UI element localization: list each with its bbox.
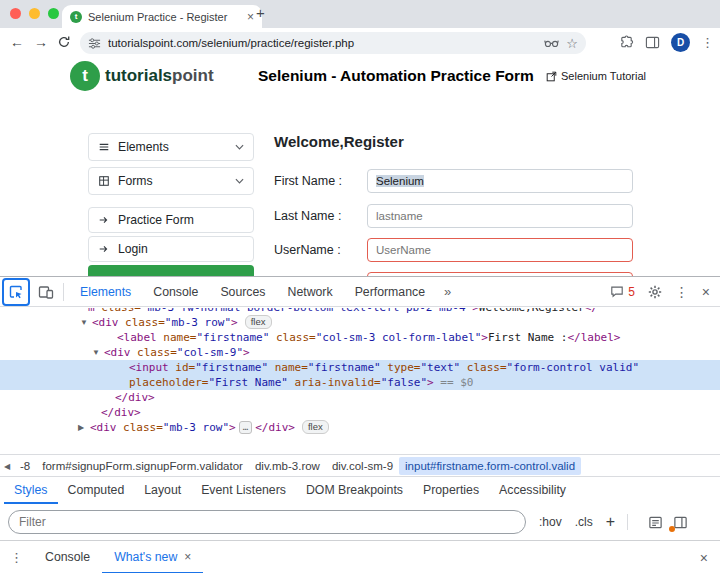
drawer-menu-kebab-icon[interactable]: ⋮ xyxy=(0,550,33,565)
drawer-close-icon[interactable]: × xyxy=(688,550,720,566)
devtools-tab-elements[interactable]: Elements xyxy=(69,277,142,306)
zoom-window-button[interactable] xyxy=(48,8,59,19)
drawer-tab-what-s-new[interactable]: What's new× xyxy=(102,541,203,573)
breadcrumb-item[interactable]: input#firstname.form-control.valid xyxy=(399,457,581,475)
new-style-rule-button[interactable]: + xyxy=(606,513,615,531)
devtools-tab-console[interactable]: Console xyxy=(142,277,209,306)
element-classes-button[interactable]: .cls xyxy=(575,515,593,529)
expand-arrow-icon[interactable]: ▶ xyxy=(78,420,84,435)
minimize-window-button[interactable] xyxy=(29,8,40,19)
code-token: "firstname" xyxy=(197,331,270,344)
styles-tab-layout[interactable]: Layout xyxy=(134,477,191,504)
tutorialspoint-logo[interactable]: t tutorialspoint xyxy=(70,61,214,91)
dom-tree-line[interactable]: ▶<div class="mb-3 row">…</div>flex xyxy=(0,420,720,435)
extensions-puzzle-icon[interactable] xyxy=(619,35,634,50)
code-token: "form-control valid" xyxy=(507,361,639,374)
styles-tab-properties[interactable]: Properties xyxy=(413,477,489,504)
form-input-lastname[interactable]: lastname xyxy=(367,204,633,228)
selenium-tutorial-link-label: Selenium Tutorial xyxy=(561,70,646,82)
reload-icon[interactable] xyxy=(57,35,71,52)
collapse-arrow-icon[interactable]: ▼ xyxy=(92,345,100,360)
address-bar[interactable]: tutorialspoint.com/selenium/practice/reg… xyxy=(80,32,586,54)
devtools-tab-sources[interactable]: Sources xyxy=(209,277,276,306)
drawer-tab-console[interactable]: Console xyxy=(33,541,102,573)
devtools-tab-performance[interactable]: Performance xyxy=(344,277,436,306)
collapse-arrow-icon[interactable]: ▼ xyxy=(80,315,88,330)
breadcrumb-items: -8form#signupForm.signupForm.validatordi… xyxy=(14,455,581,477)
tab-strip: t Selenium Practice - Register × + xyxy=(0,0,720,28)
breadcrumb-item[interactable]: div.col-sm-9 xyxy=(326,457,399,475)
styles-tab-dom-breakpoints[interactable]: DOM Breakpoints xyxy=(296,477,413,504)
reading-mode-icon[interactable] xyxy=(544,37,559,49)
code-token: First Name : xyxy=(488,331,567,344)
dom-tree-line[interactable]: m class="mb-3 fw-normal border-bottom te… xyxy=(0,308,720,315)
dom-tree-line[interactable]: </div> xyxy=(0,390,720,405)
styles-filter-input[interactable] xyxy=(8,510,526,534)
profile-avatar[interactable]: D xyxy=(671,33,690,52)
styles-tab-accessibility[interactable]: Accessibility xyxy=(489,477,576,504)
more-tabs-icon[interactable]: » xyxy=(436,284,459,299)
devtools-settings-gear-icon[interactable] xyxy=(648,285,662,299)
styles-tab-computed[interactable]: Computed xyxy=(58,477,135,504)
styles-tab-styles[interactable]: Styles xyxy=(4,477,58,504)
side-panel-icon[interactable] xyxy=(645,35,660,50)
issues-count: 5 xyxy=(628,285,635,299)
sidebar-item-forms[interactable]: Forms xyxy=(88,167,254,195)
breadcrumb-item[interactable]: -8 xyxy=(14,457,36,475)
bookmark-star-icon[interactable]: ☆ xyxy=(566,36,578,51)
forward-icon[interactable]: → xyxy=(34,34,48,50)
dom-tree-line[interactable]: <input id="firstname" name="firstname" t… xyxy=(0,360,720,375)
device-toolbar-icon[interactable] xyxy=(34,280,58,304)
selenium-tutorial-link[interactable]: Selenium Tutorial xyxy=(546,70,646,82)
flex-badge[interactable]: flex xyxy=(245,315,272,329)
new-tab-button[interactable]: + xyxy=(256,4,265,21)
code-token: name= xyxy=(157,331,197,344)
code-token: </div> xyxy=(255,421,295,434)
breadcrumb-item[interactable]: div.mb-3.row xyxy=(249,457,326,475)
devtools-close-icon[interactable]: × xyxy=(702,284,710,300)
flex-badge[interactable]: flex xyxy=(302,420,329,434)
form-input-username[interactable]: UserName xyxy=(367,238,633,262)
devtools-drawer: ⋮ ConsoleWhat's new× × xyxy=(0,540,720,573)
styles-tab-event-listeners[interactable]: Event Listeners xyxy=(191,477,296,504)
dom-tree-line[interactable]: ▼<div class="mb-3 row">flex xyxy=(0,315,720,330)
breadcrumb-scroll-left-icon[interactable]: ◀ xyxy=(0,462,14,471)
logo-text-light: point xyxy=(172,66,214,85)
site-settings-icon[interactable] xyxy=(88,37,101,50)
code-token: > xyxy=(231,316,238,329)
rendering-options-icon[interactable] xyxy=(648,515,663,530)
toggle-element-state-button[interactable]: :hov xyxy=(539,515,562,529)
browser-tab[interactable]: t Selenium Practice - Register × xyxy=(62,5,262,28)
code-token: "col-sm-3 col-form-label" xyxy=(316,331,482,344)
sidebar-item-label: Elements xyxy=(118,140,227,154)
back-icon[interactable]: ← xyxy=(10,34,24,50)
sidebar-item-register-partial[interactable] xyxy=(88,265,254,276)
browser-window: t Selenium Practice - Register × + ← → t… xyxy=(0,0,720,573)
issues-button[interactable]: 5 xyxy=(610,285,635,299)
dom-tree-line[interactable]: placeholder="First Name" aria-invalid="f… xyxy=(0,375,720,390)
devtools-menu-kebab-icon[interactable]: ⋮ xyxy=(675,284,689,300)
sidebar-item-practice-form[interactable]: Practice Form xyxy=(88,207,254,233)
code-token: "firstname" xyxy=(195,361,268,374)
sidebar-item-elements[interactable]: Elements xyxy=(88,133,254,161)
devtools-tab-network[interactable]: Network xyxy=(277,277,344,306)
code-token: aria-invalid= xyxy=(288,376,381,389)
breadcrumb-item[interactable]: form#signupForm.signupForm.validator xyxy=(36,457,249,475)
dom-tree-line[interactable]: ▼<div class="col-sm-9"> xyxy=(0,345,720,360)
computed-sidebar-toggle-icon[interactable] xyxy=(673,515,688,530)
inspect-element-icon[interactable] xyxy=(4,280,28,304)
form-field-row: UserName :UserName xyxy=(274,238,660,262)
logo-text-dark: tutorials xyxy=(105,66,172,85)
external-link-icon xyxy=(546,71,557,82)
drawer-tab-close-icon[interactable]: × xyxy=(184,550,191,564)
close-window-button[interactable] xyxy=(10,8,21,19)
form-input-firstname[interactable]: Selenium xyxy=(367,169,633,193)
logo-circle-icon: t xyxy=(70,61,100,91)
page-content: t tutorialspoint Selenium - Automation P… xyxy=(0,58,720,276)
dom-tree-line[interactable]: <label name="firstname" class="col-sm-3 … xyxy=(0,330,720,345)
url-text[interactable]: tutorialspoint.com/selenium/practice/reg… xyxy=(108,37,537,49)
tab-close-icon[interactable]: × xyxy=(247,10,254,24)
dom-tree-line[interactable]: </div> xyxy=(0,405,720,420)
browser-menu-kebab-icon[interactable]: ⋮ xyxy=(701,35,714,50)
sidebar-item-login[interactable]: Login xyxy=(88,236,254,262)
